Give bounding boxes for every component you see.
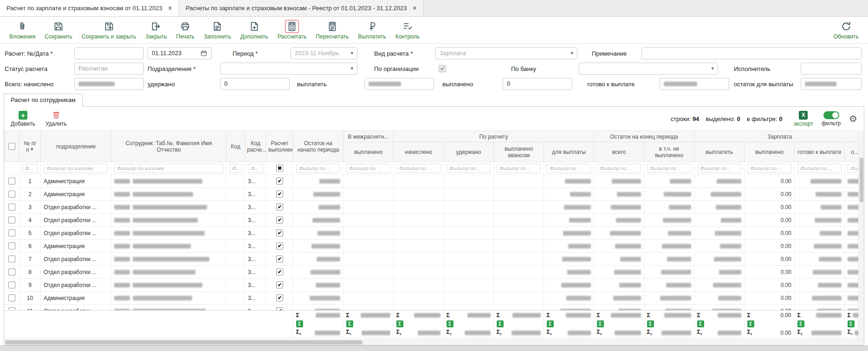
sum-button[interactable]: Σ	[497, 320, 504, 327]
column-header-for_payout[interactable]: для выплаты	[544, 142, 594, 162]
column-header-salary_ready[interactable]: готово к выплате	[795, 142, 845, 162]
filter-done[interactable]	[266, 162, 293, 175]
filter-input-num[interactable]	[22, 164, 38, 173]
window-tab-calc[interactable]: Расчет по зарплате и страховым взносам о…	[0, 0, 179, 16]
export-excel-button[interactable]: X экспорт	[793, 111, 813, 127]
table-row[interactable]: 2Администрация3...✔0.00	[5, 188, 864, 201]
column-header-advance_paid[interactable]: выплачено авансом	[494, 142, 544, 162]
filter-input-kod[interactable]	[229, 164, 242, 173]
column-header-withheld[interactable]: удержано	[444, 142, 494, 162]
checked-checkbox[interactable]: ✔	[276, 281, 283, 288]
checked-checkbox[interactable]: ✔	[276, 243, 283, 249]
table-row[interactable]: 1Администрация3...✔0.00	[5, 175, 864, 188]
cell-calc-done[interactable]: ✔	[266, 266, 293, 279]
table-row[interactable]: 11Отдел разработки ...3...✔0.00	[5, 305, 864, 311]
column-header-sel[interactable]	[5, 131, 19, 162]
checked-checkbox[interactable]: ✔	[276, 230, 283, 236]
sum-button[interactable]: Σ	[647, 320, 654, 327]
refresh-button[interactable]: Обновить	[829, 19, 863, 41]
filter-toggle[interactable]	[823, 111, 839, 119]
table-row[interactable]: 4Отдел разработки ...3...✔0.00	[5, 214, 864, 227]
sum-button[interactable]: Σ	[346, 320, 353, 327]
filter-input-opening[interactable]	[296, 164, 340, 173]
table-row[interactable]: 10Администрация3...✔0.00	[5, 292, 864, 305]
checked-checkbox[interactable]: ✔	[276, 178, 283, 185]
filter-input-salary_to_pay[interactable]	[697, 164, 741, 173]
row-checkbox[interactable]	[8, 268, 15, 275]
cell-calc-done[interactable]: ✔	[266, 305, 293, 311]
window-tab-registry[interactable]: Расчеты по зарплате и страховым взносам …	[179, 0, 424, 16]
horizontal-scrollbar[interactable]	[4, 339, 864, 345]
period-select[interactable]: 2023-11 Ноябрь ▾	[291, 47, 357, 59]
column-header-kodr[interactable]: Код расче...	[245, 131, 266, 162]
executor-input[interactable]	[801, 63, 862, 75]
column-header-closing_unpaid[interactable]: в т.ч. не выплачено	[644, 142, 694, 162]
filter-input-emp[interactable]	[114, 164, 223, 173]
control-button[interactable]: Контроль	[391, 19, 424, 41]
column-header-accrued[interactable]: начислено	[394, 142, 444, 162]
checked-checkbox[interactable]: ✔	[276, 255, 283, 262]
column-header-done[interactable]: Расчет выполнен	[266, 131, 293, 162]
column-header-dept[interactable]: подразделение	[41, 131, 111, 162]
sum-button[interactable]: Σ	[848, 320, 855, 327]
cell-calc-done[interactable]: ✔	[266, 227, 293, 240]
sum-button[interactable]: Σ	[447, 320, 453, 327]
cell-calc-done[interactable]: ✔	[266, 240, 293, 253]
column-header-num[interactable]: № п/п▲	[19, 131, 41, 162]
filter-input-withheld[interactable]	[447, 164, 491, 173]
sum-button[interactable]: Σ	[797, 320, 804, 327]
paid-input[interactable]	[503, 78, 572, 90]
table-row[interactable]: 5Отдел разработки ...3...✔0.00	[5, 227, 864, 240]
column-header-kod[interactable]: Код	[227, 131, 245, 162]
cell-calc-done[interactable]: ✔	[266, 292, 293, 305]
filter-input-salary_ready[interactable]	[797, 164, 842, 173]
filter-input-closing_unpaid[interactable]	[647, 164, 691, 173]
sum-button[interactable]: Σ	[296, 320, 303, 327]
cell-calc-done[interactable]: ✔	[266, 253, 293, 266]
row-checkbox[interactable]	[8, 243, 15, 249]
append-button[interactable]: Дополнить	[236, 19, 273, 41]
filter-input-dept[interactable]	[44, 164, 108, 173]
row-checkbox[interactable]	[8, 217, 15, 223]
row-checkbox[interactable]	[8, 230, 15, 236]
checked-checkbox[interactable]: ✔	[276, 294, 283, 301]
note-input[interactable]	[641, 47, 862, 59]
column-header-opening[interactable]: Остаток на начало периода	[293, 131, 343, 162]
horizontal-scrollbar-thumb[interactable]	[5, 340, 363, 345]
calc-type-select[interactable]: Зарплата ▾	[435, 47, 577, 59]
cell-calc-done[interactable]: ✔	[266, 175, 293, 188]
close-button[interactable]: Закрыть	[141, 19, 171, 41]
checked-checkbox[interactable]: ✔	[276, 191, 283, 198]
cell-calc-done[interactable]: ✔	[266, 279, 293, 292]
filter-input-closing_total[interactable]	[597, 164, 641, 173]
cell-calc-done[interactable]: ✔	[266, 214, 293, 227]
delete-row-button[interactable]: Удалить	[45, 110, 67, 127]
filter-input-advance_paid[interactable]	[497, 164, 541, 173]
checked-checkbox[interactable]: ✔	[276, 204, 283, 211]
checked-checkbox[interactable]: ✔	[276, 268, 283, 275]
column-header-salary_paid[interactable]: выплачено	[745, 142, 795, 162]
vertical-scrollbar-thumb[interactable]	[860, 158, 863, 202]
print-button[interactable]: Печать	[172, 19, 199, 41]
tab-close-icon[interactable]: ×	[412, 5, 416, 12]
vertical-scrollbar[interactable]	[858, 131, 864, 339]
gear-icon[interactable]: ⚙	[849, 114, 857, 123]
tab-close-icon[interactable]: ×	[168, 5, 172, 12]
by-bank-select[interactable]: ▾	[579, 63, 718, 75]
sum-button[interactable]: Σ	[697, 320, 704, 327]
recalculate-button[interactable]: Пересчитать	[311, 19, 353, 41]
tri-state-checkbox[interactable]	[276, 165, 283, 172]
row-checkbox[interactable]	[8, 281, 15, 288]
filter-input-salary_paid[interactable]	[747, 164, 791, 173]
row-checkbox[interactable]	[8, 191, 15, 198]
sum-button[interactable]: Σ	[597, 320, 604, 327]
select-all-checkbox[interactable]	[8, 143, 15, 150]
sum-button[interactable]: Σ	[547, 320, 554, 327]
fill-button[interactable]: Заполнить	[199, 19, 236, 41]
withheld-input[interactable]	[220, 78, 290, 90]
filter-input-interim_paid[interactable]	[346, 164, 390, 173]
calc-date-field[interactable]: 01.11.2023	[148, 47, 212, 59]
calc-number-input[interactable]	[74, 47, 144, 59]
row-checkbox[interactable]	[8, 294, 15, 301]
filter-input-kodr[interactable]	[248, 164, 263, 173]
